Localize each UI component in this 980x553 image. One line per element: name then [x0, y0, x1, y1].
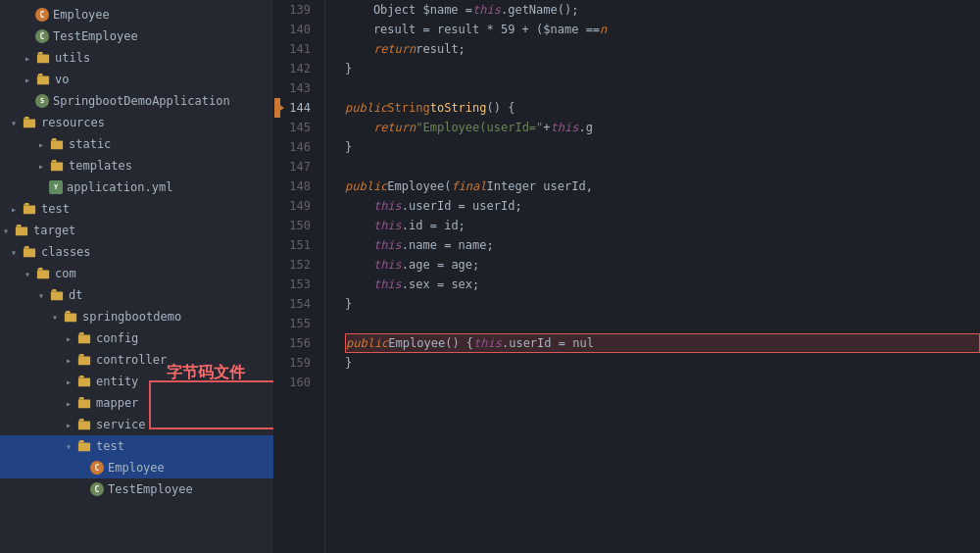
tree-item-springbootdemo[interactable]: springbootdemo — [0, 306, 273, 327]
folder-icon — [35, 266, 51, 281]
line-num-144: 144 — [274, 98, 317, 118]
tree-item-config[interactable]: config — [0, 327, 273, 349]
tree-item-classes[interactable]: classes — [0, 241, 273, 263]
code-span: .name = name; — [402, 235, 494, 255]
code-span — [345, 216, 373, 235]
code-span: Employee — [388, 333, 445, 353]
arrow-open — [63, 440, 74, 452]
code-line-139: Object $name = this.getName(); — [345, 0, 980, 20]
code-line-156: public Employee() { this.userId = nul — [345, 333, 980, 353]
item-label: test — [96, 439, 124, 453]
tree-item-test-employee-1[interactable]: C TestEmployee — [0, 25, 273, 47]
arrow-open — [8, 117, 20, 128]
svg-rect-14 — [78, 400, 90, 409]
tree-item-employee-2[interactable]: C Employee — [0, 457, 273, 478]
folder-icon — [76, 438, 92, 454]
item-label: dt — [69, 288, 82, 302]
item-label: target — [33, 224, 75, 237]
tree-item-mapper[interactable]: mapper — [0, 392, 273, 414]
item-label: resources — [41, 116, 105, 129]
folder-icon — [35, 50, 51, 66]
arrow-closed — [35, 160, 47, 172]
code-span: n — [600, 20, 607, 39]
code-line-155 — [345, 314, 980, 333]
item-label: utils — [55, 51, 90, 65]
arrow-empty — [22, 30, 33, 42]
tree-item-springboot-app[interactable]: S SpringbootDemoApplication — [0, 90, 273, 112]
code-span: .id = id; — [402, 216, 466, 235]
svg-rect-2 — [24, 120, 35, 128]
tree-item-employee[interactable]: C Employee — [0, 4, 273, 25]
tree-item-app-yml[interactable]: Y application.yml — [0, 176, 273, 198]
file-tree-panel: C Employee C TestEmployee utils vo S Spr… — [0, 0, 274, 553]
line-num-156: 156 — [274, 333, 317, 353]
arrow-open — [35, 289, 47, 301]
svg-rect-7 — [24, 249, 35, 258]
tree-item-com[interactable]: com — [0, 263, 273, 284]
item-label: application.yml — [67, 180, 172, 194]
code-line-154: } — [345, 294, 980, 314]
code-span: () { — [445, 333, 473, 353]
arrow-empty — [22, 9, 33, 21]
code-lines[interactable]: Object $name = this.getName(); result = … — [341, 0, 980, 553]
java-class-icon: C — [35, 8, 49, 22]
code-span: result; — [416, 39, 466, 59]
arrow-empty — [35, 181, 47, 193]
svg-rect-4 — [51, 163, 63, 172]
line-num-140: 140 — [274, 20, 317, 39]
item-label: springbootdemo — [82, 310, 181, 324]
tree-item-utils[interactable]: utils — [0, 47, 273, 69]
code-span: + — [543, 118, 550, 137]
code-line-151: this.name = name; — [345, 235, 980, 255]
code-span: .userId = nul — [502, 333, 594, 353]
line-numbers: 139 140 141 142 143 144 145 146 147 148 … — [274, 0, 325, 553]
code-line-140: result = result * 59 + ($name == n — [345, 20, 980, 39]
tree-item-test[interactable]: test — [0, 198, 273, 220]
tree-item-controller[interactable]: controller — [0, 349, 273, 371]
code-line-144: public String toString() { — [345, 98, 980, 118]
tree-item-vo[interactable]: vo — [0, 69, 273, 90]
tree-item-test-sub[interactable]: test — [0, 435, 273, 457]
tree-item-templates[interactable]: templates — [0, 155, 273, 176]
code-span: public — [345, 98, 387, 118]
line-num-159: 159 — [274, 353, 317, 373]
tree-item-static[interactable]: static — [0, 133, 273, 155]
code-span: this — [373, 196, 402, 216]
line-num-149: 149 — [274, 196, 317, 216]
code-span: return — [373, 39, 416, 59]
folder-icon — [22, 115, 37, 130]
item-label: service — [96, 418, 146, 431]
svg-rect-11 — [78, 335, 90, 344]
code-span: ( — [444, 176, 451, 196]
tree-item-entity[interactable]: entity — [0, 371, 273, 392]
code-line-141: return result; — [345, 39, 980, 59]
line-num-143: 143 — [274, 78, 317, 98]
code-line-159: } — [345, 353, 980, 373]
code-span: } — [345, 353, 352, 373]
code-editor-panel: 139 140 141 142 143 144 145 146 147 148 … — [274, 0, 980, 553]
arrow-empty — [76, 462, 88, 474]
arrow-closed — [22, 74, 33, 85]
folder-icon — [35, 72, 51, 87]
code-span: .g — [578, 118, 592, 137]
item-label: controller — [96, 353, 167, 367]
code-span: this — [373, 235, 402, 255]
arrow-empty — [76, 483, 88, 495]
tree-item-test-employee-2[interactable]: C TestEmployee — [0, 478, 273, 500]
item-label: Employee — [108, 461, 165, 475]
code-line-160 — [345, 373, 980, 392]
svg-rect-0 — [37, 55, 49, 64]
svg-rect-6 — [16, 227, 27, 236]
item-label: TestEmployee — [53, 29, 138, 43]
line-num-148: 148 — [274, 176, 317, 196]
tree-item-service[interactable]: service — [0, 414, 273, 435]
tree-item-dt[interactable]: dt — [0, 284, 273, 306]
code-span: .sex = sex; — [402, 275, 479, 294]
tree-item-target[interactable]: target — [0, 220, 273, 241]
code-span: .userId = userId; — [402, 196, 522, 216]
tree-item-resources[interactable]: resources — [0, 112, 273, 133]
folder-icon — [76, 395, 92, 411]
bookmark-indicator — [274, 98, 280, 118]
java-test-icon: C — [35, 29, 49, 43]
code-span: toString — [430, 98, 487, 118]
